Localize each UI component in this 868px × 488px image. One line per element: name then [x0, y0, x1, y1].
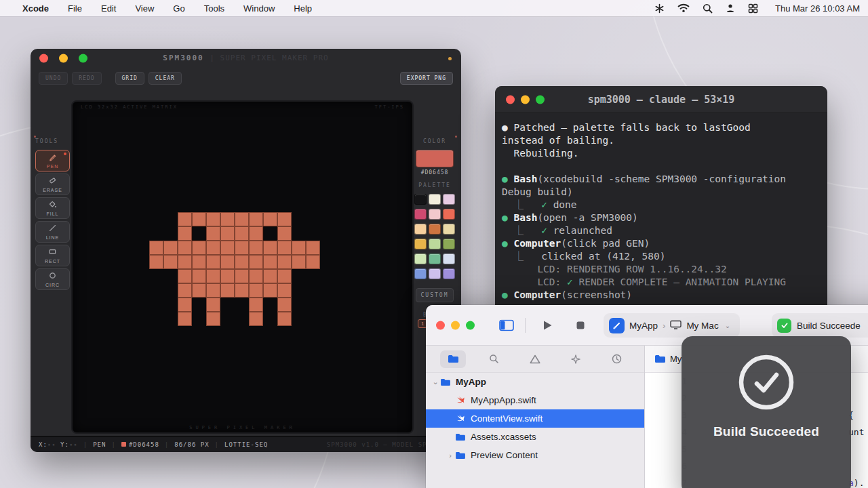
pixel-canvas[interactable]: LCD 32x32 ACTIVE MATRIX TFT-IPS SUPER PI… — [71, 100, 414, 434]
menu-item-help[interactable]: Help — [294, 3, 312, 14]
sprite-cell[interactable] — [178, 226, 192, 241]
empty-cell[interactable] — [220, 298, 235, 312]
empty-cell[interactable] — [163, 312, 178, 326]
tool-fill-button[interactable]: FILL — [35, 197, 70, 219]
sprite-cell[interactable] — [263, 269, 277, 283]
zoom-button[interactable] — [466, 321, 475, 329]
sprite-cell[interactable] — [277, 226, 292, 241]
tab-issue-navigator[interactable] — [522, 350, 548, 368]
menu-item-edit[interactable]: Edit — [101, 3, 116, 14]
palette-swatch[interactable] — [429, 239, 441, 249]
sprite-cell[interactable] — [220, 241, 235, 255]
sprite-cell[interactable] — [192, 226, 206, 241]
sprite-cell[interactable] — [292, 255, 306, 269]
navigator-row-assets-xcassets[interactable]: Assets.xcassets — [426, 428, 644, 446]
navigator-label[interactable]: MyApp — [456, 377, 486, 387]
sprite-cell[interactable] — [306, 255, 320, 269]
palette-swatch[interactable] — [429, 209, 441, 220]
sprite-cell[interactable] — [263, 283, 277, 298]
sprite-cell[interactable] — [163, 241, 178, 255]
tool-pen-button[interactable]: PEN — [35, 150, 70, 171]
palette-swatch[interactable] — [443, 194, 455, 205]
sprite-cell[interactable] — [192, 255, 206, 269]
sprite-cell[interactable] — [220, 269, 235, 283]
empty-cell[interactable] — [149, 312, 163, 326]
sprite-cell[interactable] — [220, 255, 235, 269]
sprite-cell[interactable] — [192, 269, 206, 283]
empty-cell[interactable] — [163, 298, 178, 312]
empty-cell[interactable] — [306, 312, 320, 326]
editor-tab-label[interactable]: My — [670, 354, 682, 364]
sprite-cell[interactable] — [206, 212, 220, 226]
empty-cell[interactable] — [292, 212, 306, 226]
sprite-cell[interactable] — [277, 298, 292, 312]
sidebar-toggle-icon[interactable] — [499, 319, 514, 331]
empty-cell[interactable] — [292, 298, 306, 312]
sprite-cell[interactable] — [277, 283, 292, 298]
navigator-label[interactable]: Assets.xcassets — [471, 432, 536, 442]
sprite-cell[interactable] — [178, 269, 192, 283]
palette-swatch[interactable] — [414, 209, 427, 220]
empty-cell[interactable] — [292, 312, 306, 326]
close-button[interactable] — [436, 321, 445, 329]
empty-cell[interactable] — [292, 283, 306, 298]
empty-cell[interactable] — [306, 269, 320, 283]
minimize-button[interactable] — [451, 321, 460, 329]
empty-cell[interactable] — [163, 269, 178, 283]
sprite-cell[interactable] — [178, 298, 192, 312]
user-icon[interactable] — [726, 3, 735, 13]
sprite-cell[interactable] — [192, 241, 206, 255]
sprite-cell[interactable] — [263, 241, 277, 255]
sprite-cell[interactable] — [206, 226, 220, 241]
current-color-swatch[interactable] — [416, 150, 454, 167]
palette-swatch[interactable] — [429, 224, 441, 235]
search-icon[interactable] — [703, 3, 713, 14]
sprite-cell[interactable] — [206, 241, 220, 255]
tab-project-navigator[interactable] — [440, 350, 466, 368]
palette-swatch[interactable] — [443, 209, 455, 220]
sprite-cell[interactable] — [206, 283, 220, 298]
palette-swatch[interactable] — [414, 268, 427, 279]
wifi-icon[interactable] — [677, 3, 690, 13]
sprite-cell[interactable] — [206, 312, 220, 326]
sprite-cell[interactable] — [206, 298, 220, 312]
empty-cell[interactable] — [235, 298, 249, 312]
sprite-cell[interactable] — [277, 255, 292, 269]
tool-rect-button[interactable]: RECT — [35, 245, 70, 266]
sprite-cell[interactable] — [277, 241, 292, 255]
sprite-cell[interactable] — [220, 226, 235, 241]
redo-button[interactable]: REDO — [72, 72, 101, 85]
pixel-editor-titlebar[interactable]: SPM3000 | SUPER PIXEL MAKER PRO — [31, 49, 461, 68]
grid-button[interactable]: GRID — [115, 72, 144, 85]
empty-cell[interactable] — [163, 283, 178, 298]
palette-swatch[interactable] — [414, 224, 427, 235]
menu-item-window[interactable]: Window — [243, 3, 275, 14]
menu-clock[interactable]: Thu Mar 26 10:03 AM — [775, 3, 860, 14]
empty-cell[interactable] — [306, 283, 320, 298]
sprite-cell[interactable] — [235, 255, 249, 269]
scheme-selector[interactable]: MyApp › My Mac ⌄ — [604, 313, 740, 338]
tool-circ-button[interactable]: CIRC — [35, 268, 70, 290]
activity-status[interactable]: Build Succeede — [772, 313, 868, 338]
empty-cell[interactable] — [163, 212, 178, 226]
palette-swatch[interactable] — [414, 239, 427, 249]
sprite-cell[interactable] — [249, 298, 263, 312]
empty-cell[interactable] — [149, 212, 163, 226]
custom-color-button[interactable]: CUSTOM — [416, 288, 454, 302]
clear-button[interactable]: CLEAR — [149, 72, 182, 85]
sprite-cell[interactable] — [192, 283, 206, 298]
sprite-cell[interactable] — [192, 212, 206, 226]
destination-name[interactable]: My Mac — [686, 321, 718, 331]
palette-swatch[interactable] — [414, 253, 427, 264]
sprite-cell[interactable] — [235, 226, 249, 241]
sprite-cell[interactable] — [206, 269, 220, 283]
empty-cell[interactable] — [163, 226, 178, 241]
navigator-label[interactable]: MyAppApp.swift — [471, 395, 536, 405]
empty-cell[interactable] — [235, 312, 249, 326]
sprite-cell[interactable] — [149, 241, 163, 255]
sprite-cell[interactable] — [249, 212, 263, 226]
tool-erase-button[interactable]: ERASE — [35, 174, 70, 195]
sprite-cell[interactable] — [178, 212, 192, 226]
menu-item-file[interactable]: File — [68, 3, 82, 14]
sprite-cell[interactable] — [306, 241, 320, 255]
